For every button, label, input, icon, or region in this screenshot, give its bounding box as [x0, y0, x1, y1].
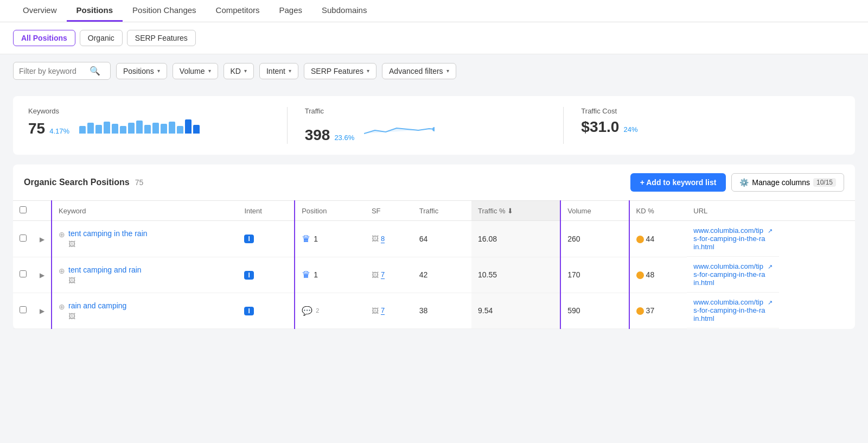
- table-count: 75: [135, 178, 144, 187]
- intent-badge-1: I: [244, 235, 253, 243]
- table-actions: + Add to keyword list ⚙️ Manage columns …: [630, 173, 844, 192]
- select-all-checkbox[interactable]: [20, 206, 27, 213]
- image-icon-1: 🖼: [68, 240, 75, 248]
- traffic-cost-change: 24%: [623, 125, 637, 134]
- position-value-3: 2: [316, 307, 319, 314]
- kd-dropdown[interactable]: KD ▾: [224, 63, 254, 79]
- keyword-filter-input-wrap[interactable]: 🔍: [13, 62, 111, 80]
- kd-cell-3: 37: [629, 293, 687, 328]
- kd-cell-1: 44: [629, 221, 687, 257]
- advanced-filters-dropdown[interactable]: Advanced filters ▾: [382, 63, 456, 79]
- intent-dropdown[interactable]: Intent ▾: [259, 63, 298, 79]
- svg-point-0: [432, 127, 435, 131]
- sort-icon: ⬇: [507, 207, 513, 215]
- table-row: ▶ ⊕ tent camping and rain 🖼: [13, 257, 855, 293]
- kd-col-header[interactable]: KD %: [629, 201, 687, 221]
- keyword-filter-input[interactable]: [19, 67, 90, 75]
- positions-table: Keyword Intent Position SF Traffic Traff…: [13, 200, 855, 329]
- tab-position-changes[interactable]: Position Changes: [123, 0, 206, 22]
- search-icon: 🔍: [90, 66, 100, 76]
- external-link-icon-1[interactable]: ↗: [768, 227, 773, 235]
- keywords-value: 75: [28, 120, 45, 137]
- keyword-col-header[interactable]: Keyword: [52, 201, 238, 221]
- add-keyword-icon-1[interactable]: ⊕: [59, 230, 65, 239]
- subtab-all-positions[interactable]: All Positions: [13, 30, 75, 46]
- traffic-pct-cell-1: 16.08: [471, 221, 560, 257]
- sf-col-header[interactable]: SF: [365, 201, 413, 221]
- keyword-text-1[interactable]: tent camping in the rain: [68, 229, 148, 238]
- sf-cell-1: 🖼 8: [365, 221, 413, 257]
- tab-pages[interactable]: Pages: [269, 0, 312, 22]
- manage-columns-button[interactable]: ⚙️ Manage columns 10/15: [731, 173, 844, 192]
- keyword-text-3[interactable]: rain and camping: [68, 301, 126, 310]
- traffic-linechart: [364, 118, 435, 140]
- position-value-2: 1: [314, 270, 318, 279]
- traffic-cell-1: 64: [413, 221, 471, 257]
- url-cell-1[interactable]: www.columbia.com/tips-for-camping-in-the…: [687, 221, 779, 257]
- external-link-icon-2[interactable]: ↗: [768, 263, 773, 270]
- keyword-cell-2: ⊕ tent camping and rain 🖼: [52, 257, 238, 293]
- add-keyword-icon-2[interactable]: ⊕: [59, 267, 65, 275]
- tab-positions[interactable]: Positions: [67, 0, 123, 22]
- row-checkbox-1[interactable]: [20, 235, 27, 242]
- add-to-keyword-list-button[interactable]: + Add to keyword list: [630, 173, 726, 192]
- select-all-header[interactable]: [13, 201, 33, 221]
- position-cell-1: ♛ 1: [295, 221, 365, 257]
- sf-num-1[interactable]: 8: [381, 235, 385, 243]
- url-col-header[interactable]: URL: [687, 201, 855, 221]
- row-expander-1[interactable]: ▶: [40, 236, 44, 243]
- intent-badge-3: I: [244, 307, 253, 315]
- kd-cell-2: 48: [629, 257, 687, 293]
- serp-features-dropdown[interactable]: SERP Features ▾: [304, 63, 376, 79]
- keywords-stat: Keywords 75 4.17%: [28, 107, 287, 144]
- keywords-change: 4.17%: [49, 127, 69, 135]
- traffic-change: 23.6%: [334, 134, 354, 142]
- keywords-label: Keywords: [28, 107, 270, 115]
- traffic-col-header[interactable]: Traffic: [413, 201, 471, 221]
- position-col-header[interactable]: Position: [295, 201, 365, 221]
- url-cell-2[interactable]: www.columbia.com/tips-for-camping-in-the…: [687, 257, 779, 293]
- position-cell-2: ♛ 1: [295, 257, 365, 293]
- position-cell-3: 💬 2: [295, 293, 365, 328]
- url-cell-3[interactable]: www.columbia.com/tips-for-camping-in-the…: [687, 293, 779, 328]
- sf-num-3[interactable]: 7: [381, 306, 385, 315]
- nav-tabs: Overview Positions Position Changes Comp…: [0, 0, 868, 22]
- traffic-pct-col-header[interactable]: Traffic % ⬇: [471, 201, 560, 221]
- add-keyword-icon-3[interactable]: ⊕: [59, 302, 65, 311]
- volume-cell-3: 590: [560, 293, 629, 328]
- chat-icon-3: 💬: [302, 306, 312, 316]
- subtab-organic[interactable]: Organic: [80, 30, 123, 46]
- subtab-serp-features[interactable]: SERP Features: [127, 30, 196, 46]
- image-icon-3: 🖼: [68, 312, 75, 320]
- volume-dropdown[interactable]: Volume ▾: [173, 63, 218, 79]
- intent-col-header[interactable]: Intent: [238, 201, 295, 221]
- kd-dot-2: [636, 271, 644, 279]
- subtabs: All Positions Organic SERP Features: [0, 22, 868, 54]
- image-icon-2: 🖼: [68, 276, 75, 284]
- external-link-icon-3[interactable]: ↗: [768, 299, 773, 306]
- row-expander-3[interactable]: ▶: [40, 307, 44, 315]
- row-checkbox-3[interactable]: [20, 306, 27, 313]
- traffic-stat: Traffic 398 23.6%: [287, 107, 564, 144]
- keyword-text-2[interactable]: tent camping and rain: [68, 265, 142, 274]
- traffic-cell-3: 38: [413, 293, 471, 328]
- kd-dot-1: [636, 236, 644, 243]
- positions-dropdown[interactable]: Positions ▾: [116, 63, 167, 79]
- row-checkbox-2[interactable]: [20, 270, 27, 277]
- tab-competitors[interactable]: Competitors: [206, 0, 270, 22]
- position-value-1: 1: [314, 235, 318, 243]
- expander-header: [33, 201, 52, 221]
- sf-cell-3: 🖼 7: [365, 293, 413, 328]
- table-row: ▶ ⊕ rain and camping 🖼: [13, 293, 855, 328]
- tab-overview[interactable]: Overview: [13, 0, 67, 22]
- intent-badge-2: I: [244, 271, 253, 280]
- table-section: Organic Search Positions 75 + Add to key…: [13, 164, 855, 329]
- tab-subdomains[interactable]: Subdomains: [312, 0, 376, 22]
- image-sf-icon-1: 🖼: [372, 235, 379, 243]
- sf-num-2[interactable]: 7: [381, 270, 385, 279]
- intent-cell-3: I: [238, 293, 295, 328]
- row-expander-2[interactable]: ▶: [40, 271, 44, 279]
- intent-cell-2: I: [238, 257, 295, 293]
- volume-col-header[interactable]: Volume: [560, 201, 629, 221]
- sf-cell-2: 🖼 7: [365, 257, 413, 293]
